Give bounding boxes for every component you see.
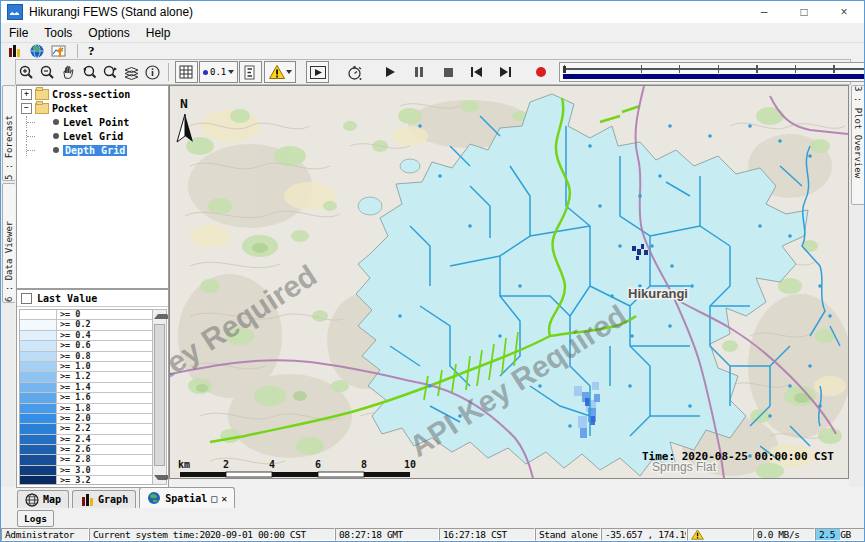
animation-window-icon[interactable] — [306, 61, 329, 83]
svg-text:km: km — [178, 459, 190, 470]
window-title: Hikurangi FEWS (Stand alone) — [29, 5, 193, 19]
layers-icon[interactable] — [121, 62, 142, 82]
skip-to-end-button[interactable] — [495, 62, 516, 82]
globe-icon[interactable] — [29, 43, 45, 59]
zoom-in-icon[interactable] — [16, 62, 37, 82]
layer-tree: + Cross-section − Pocket Level Point Lev… — [16, 85, 169, 289]
legend-row-label: >= 1.8 — [57, 404, 91, 413]
menu-help[interactable]: Help — [138, 26, 179, 40]
contour-threshold-value: 0.1 — [210, 67, 226, 77]
legend-panel: Last Value >= 0>= 0.2>= 0.4>= 0.6>= 0.8>… — [16, 289, 169, 488]
tree-item-level-point[interactable]: Level Point — [17, 116, 168, 128]
tree-item-level-grid[interactable]: Level Grid — [17, 130, 168, 142]
menu-tools[interactable]: Tools — [36, 26, 80, 40]
skip-to-start-button[interactable] — [466, 62, 487, 82]
timeline-start-handle[interactable] — [563, 66, 566, 73]
legend-row-label: >= 2.4 — [57, 435, 91, 444]
legend-row[interactable]: >= 1.6 — [20, 393, 152, 403]
legend-row-label: >= 0.2 — [57, 320, 91, 329]
svg-text:8: 8 — [361, 459, 367, 470]
timeline-track — [564, 68, 865, 70]
status-memory[interactable]: 2.5 GB — [815, 528, 865, 541]
legend-color-swatch — [20, 320, 57, 329]
timeline-slider[interactable] — [559, 62, 865, 82]
animation-timer-icon[interactable] — [344, 62, 365, 82]
legend-color-swatch — [20, 341, 57, 350]
zoom-out-icon[interactable] — [37, 62, 58, 82]
tree-item-cross-section[interactable]: + Cross-section — [17, 88, 168, 100]
status-warning-cell[interactable] — [687, 528, 753, 541]
timeseries-dialog-icon[interactable] — [51, 43, 67, 59]
svg-text:6: 6 — [315, 459, 321, 470]
legend-row-label: >= 0.4 — [57, 331, 91, 340]
scroll-thumb[interactable] — [154, 324, 165, 466]
legend-color-swatch — [20, 414, 57, 423]
tab-forecast[interactable]: 5 : Forecast — [2, 85, 16, 181]
status-throughput: 0.0 MB/s — [753, 528, 815, 541]
expand-icon[interactable]: + — [21, 89, 32, 100]
map-canvas[interactable]: API Key Required API Key Required N km 2… — [169, 85, 849, 479]
logs-button[interactable]: Logs — [17, 510, 54, 527]
legend-row[interactable]: >= 0.6 — [20, 341, 152, 351]
legend-color-swatch — [20, 352, 57, 361]
pan-hand-icon[interactable] — [58, 62, 79, 82]
legend-color-swatch — [20, 310, 57, 319]
menu-file[interactable]: File — [1, 26, 36, 40]
thresholds-warning-dropdown[interactable] — [264, 61, 296, 83]
minimize-button[interactable]: – — [744, 1, 784, 23]
tab-spatial[interactable]: Spatial □ ✕ — [139, 487, 235, 508]
graph-bars-icon — [80, 493, 94, 507]
left-panel: + Cross-section − Pocket Level Point Lev… — [15, 85, 169, 487]
tree-item-label-selected: Depth Grid — [63, 145, 127, 156]
legend-list: >= 0>= 0.2>= 0.4>= 0.6>= 0.8>= 1.0>= 1.2… — [19, 309, 153, 485]
pause-button[interactable] — [408, 62, 429, 82]
legend-color-swatch — [20, 362, 57, 371]
grid-display-icon[interactable] — [175, 61, 198, 83]
menu-bar: File Tools Options Help — [1, 23, 864, 43]
zoom-next-icon[interactable] — [100, 62, 121, 82]
tab-graph[interactable]: Graph — [72, 490, 136, 508]
logs-row: Logs — [1, 508, 864, 528]
legend-row-label: >= 1.0 — [57, 362, 91, 371]
legend-row-label: >= 1.6 — [57, 393, 91, 402]
map-time-label: Time: 2020-08-25 00:00:00 CST — [642, 450, 834, 463]
map-svg: API Key Required API Key Required N km 2… — [170, 86, 848, 478]
status-user: Administrator — [1, 528, 89, 541]
title-bar: Hikurangi FEWS (Stand alone) – □ × — [1, 1, 864, 23]
legend-color-swatch — [20, 331, 57, 340]
status-system-time: Current system time:2020-09-01 00:00 CST — [89, 528, 335, 541]
zoom-previous-icon[interactable] — [79, 62, 100, 82]
database-viewer-icon[interactable] — [7, 43, 23, 59]
play-button[interactable] — [379, 62, 400, 82]
tree-item-pocket[interactable]: − Pocket — [17, 102, 168, 114]
legend-row-label: >= 2.8 — [57, 455, 91, 464]
tab-plot-overview[interactable]: 3 : Plot Overview — [851, 85, 865, 205]
info-icon[interactable] — [142, 62, 163, 82]
tab-data-viewer[interactable]: 6 : Data Viewer — [2, 183, 16, 303]
legend-scrollbar[interactable] — [152, 309, 167, 485]
tab-maximize-icon[interactable]: □ — [211, 493, 217, 504]
legend-color-swatch — [20, 445, 57, 454]
tab-close-icon[interactable]: ✕ — [221, 493, 227, 504]
help-button[interactable]: ? — [88, 43, 95, 59]
label-display-icon[interactable] — [239, 61, 262, 83]
collapse-icon[interactable]: − — [21, 103, 32, 114]
maximize-button[interactable]: □ — [784, 1, 824, 23]
legend-color-swatch — [20, 435, 57, 444]
close-button[interactable]: × — [824, 1, 864, 23]
scroll-up-icon[interactable] — [154, 314, 169, 319]
tab-map[interactable]: Map — [17, 490, 69, 508]
tree-item-depth-grid[interactable]: Depth Grid — [17, 144, 168, 156]
legend-color-swatch — [20, 424, 57, 433]
contour-threshold-dropdown[interactable]: 0.1 — [199, 61, 238, 83]
legend-row-label: >= 3.0 — [57, 466, 91, 475]
right-tab-strip: 3 : Plot Overview — [849, 85, 865, 487]
last-value-checkbox[interactable] — [21, 293, 32, 304]
menu-options[interactable]: Options — [80, 26, 137, 40]
scroll-down-icon[interactable] — [154, 475, 169, 480]
record-button[interactable] — [530, 62, 551, 82]
stop-button[interactable] — [437, 62, 458, 82]
tree-item-label: Pocket — [52, 103, 88, 114]
legend-row[interactable]: >= 3.2 — [20, 476, 152, 485]
svg-text:2: 2 — [223, 459, 229, 470]
